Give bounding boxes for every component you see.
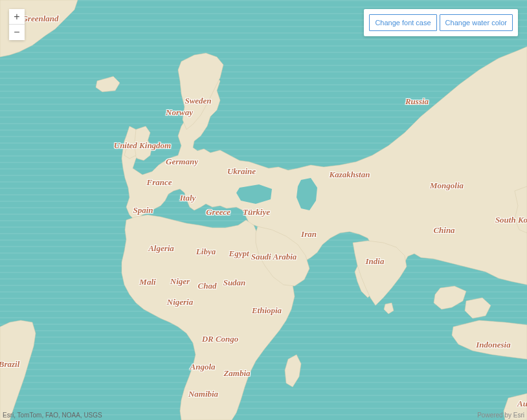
change-water-color-button[interactable]: Change water color: [440, 14, 513, 31]
zoom-in-button[interactable]: +: [9, 9, 25, 25]
zoom-out-button[interactable]: −: [9, 25, 25, 40]
control-panel: Change font case Change water color: [364, 9, 518, 36]
attribution-sources: Esri, TomTom, FAO, NOAA, USGS: [3, 412, 102, 419]
land-layer: [0, 0, 527, 420]
map-viewport[interactable]: GreenlandSwedenNorwayRussiaUnited Kingdo…: [0, 0, 527, 420]
zoom-controls: + −: [9, 9, 25, 40]
attribution-powered-by: Powered by Esri: [477, 412, 524, 419]
change-font-case-button[interactable]: Change font case: [369, 14, 436, 31]
